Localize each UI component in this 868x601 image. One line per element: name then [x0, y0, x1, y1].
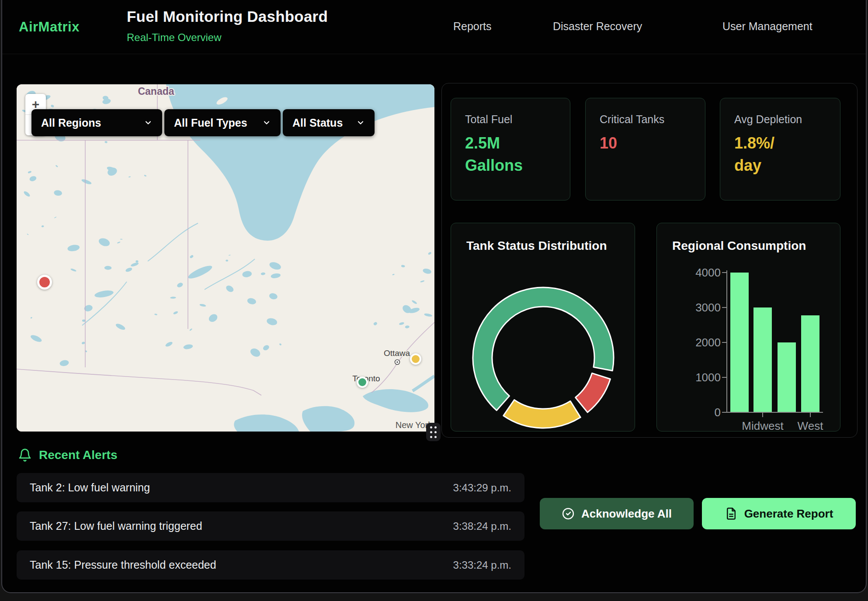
stat-card-critical-tanks: Critical Tanks 10 [585, 98, 705, 200]
map-marker-normal[interactable] [357, 376, 368, 388]
map-marker-warning[interactable] [410, 353, 421, 365]
stat-value: 10 [600, 132, 691, 154]
stat-label: Critical Tanks [600, 113, 691, 126]
alert-timestamp: 3:33:24 p.m. [453, 559, 511, 571]
map[interactable]: Canada Toronto Ottawa New York [17, 84, 434, 432]
status-filter-select[interactable]: All Status [283, 109, 375, 136]
stat-value: 1.8%/ day [734, 132, 826, 176]
nav-user-management[interactable]: User Management [722, 20, 812, 33]
alert-text: Tank 2: Low fuel warning [30, 481, 150, 494]
map-resize-handle[interactable] [426, 423, 441, 441]
stat-label: Avg Depletion [734, 113, 826, 126]
bar-1 [753, 307, 772, 412]
bar-3 [801, 315, 819, 412]
generate-report-label: Generate Report [744, 507, 833, 521]
y-tick-label: 4000 [695, 266, 721, 279]
nav-disaster-recovery[interactable]: Disaster Recovery [553, 20, 642, 33]
x-tick-label: Midwest [742, 419, 784, 432]
stat-label: Total Fuel [465, 113, 556, 126]
y-tick-label: 2000 [695, 336, 721, 349]
tank-status-card: Tank Status Distribution [451, 223, 635, 432]
page-title: Fuel Monitoring Dashboard [127, 8, 328, 25]
y-tick-label: 0 [715, 406, 721, 419]
chevron-down-icon [262, 118, 271, 127]
tank-status-donut-chart [451, 223, 635, 432]
page-subtitle: Real-Time Overview [127, 31, 221, 44]
alerts-header: Recent Alerts [18, 448, 117, 462]
header: AirMatrix Fuel Monitoring Dashboard Real… [2, 0, 866, 54]
stat-card-total-fuel: Total Fuel 2.5M Gallons [451, 98, 570, 200]
donut-segment-warning [503, 400, 580, 428]
acknowledge-all-button[interactable]: Acknowledge All [540, 498, 694, 529]
chevron-down-icon [356, 118, 365, 127]
map-label-canada: Canada [138, 86, 174, 97]
file-text-icon [725, 507, 738, 520]
fuel-type-filter-select[interactable]: All Fuel Types [164, 109, 281, 136]
donut-segment-critical [576, 373, 611, 412]
chevron-down-icon [144, 118, 153, 127]
bell-icon [18, 448, 32, 462]
fuel-type-filter-value: All Fuel Types [174, 117, 247, 129]
y-tick-label: 1000 [695, 371, 721, 384]
generate-report-button[interactable]: Generate Report [702, 498, 856, 529]
alert-timestamp: 3:38:24 p.m. [453, 520, 511, 532]
bar-0 [730, 273, 749, 412]
alert-row: Tank 15: Pressure threshold exceeded 3:3… [17, 550, 524, 580]
alerts-heading: Recent Alerts [39, 448, 117, 462]
map-canvas: Canada Toronto Ottawa New York [17, 84, 434, 432]
region-filter-value: All Regions [41, 117, 101, 129]
alert-text: Tank 15: Pressure threshold exceeded [30, 559, 216, 571]
alert-timestamp: 3:43:29 p.m. [453, 482, 511, 494]
check-circle-icon [562, 507, 575, 520]
map-label-ottawa: Ottawa [384, 349, 410, 358]
y-tick-label: 3000 [695, 301, 721, 314]
region-filter-select[interactable]: All Regions [31, 109, 162, 136]
bar-2 [778, 342, 796, 412]
regional-consumption-card: Regional Consumption 01000200030004000Mi… [656, 223, 840, 432]
map-filters: All Regions All Fuel Types All Status [31, 109, 375, 136]
map-ottawa-dot-center [396, 361, 398, 363]
status-filter-value: All Status [292, 117, 343, 129]
alert-row: Tank 27: Low fuel warning triggered 3:38… [17, 511, 524, 541]
brand-logo: AirMatrix [19, 19, 80, 35]
stat-value: 2.5M Gallons [465, 132, 556, 176]
stat-card-avg-depletion: Avg Depletion 1.8%/ day [720, 98, 840, 200]
alert-text: Tank 27: Low fuel warning triggered [30, 520, 202, 532]
x-tick-label: West [798, 419, 824, 432]
nav-reports[interactable]: Reports [453, 20, 492, 33]
alert-row: Tank 2: Low fuel warning 3:43:29 p.m. [17, 473, 524, 502]
regional-consumption-bar-chart: 01000200030004000MidwestWest [657, 223, 841, 432]
map-marker-critical[interactable] [37, 275, 52, 290]
acknowledge-all-label: Acknowledge All [581, 507, 672, 521]
